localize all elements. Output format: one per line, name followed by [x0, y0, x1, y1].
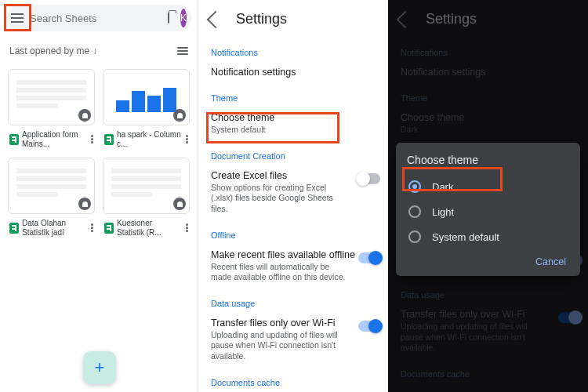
more-icon[interactable]: [89, 135, 95, 143]
theme-dialog: Choose theme Dark Light System default C…: [396, 143, 580, 276]
section-data-usage: Data usage: [198, 292, 388, 313]
row-notification-settings[interactable]: Notification settings: [198, 62, 388, 87]
view-toggle-icon[interactable]: [177, 47, 188, 55]
back-icon[interactable]: [207, 10, 225, 28]
menu-icon[interactable]: [11, 10, 24, 26]
section-cache: Documents cache: [198, 372, 388, 392]
more-icon[interactable]: [184, 135, 190, 143]
radio-icon: [408, 180, 421, 193]
shared-icon: [173, 109, 186, 122]
option-dark[interactable]: Dark: [407, 174, 569, 199]
toggle-wifi[interactable]: [358, 321, 380, 332]
section-offline: Offline: [198, 224, 388, 245]
sort-label[interactable]: Last opened by me↓: [9, 45, 97, 56]
file-card[interactable]: ha spark - Column c...: [103, 69, 190, 148]
more-icon[interactable]: [89, 223, 95, 232]
radio-icon: [408, 205, 421, 218]
section-theme: Theme: [198, 87, 388, 107]
settings-dark-pane: Settings Notifications Notification sett…: [388, 0, 588, 392]
shared-icon: [173, 198, 186, 210]
more-icon[interactable]: [184, 223, 190, 232]
option-system-default[interactable]: System default: [407, 224, 569, 249]
file-card[interactable]: Data Olahan Statistik jadi: [8, 158, 95, 237]
toggle-offline[interactable]: [358, 252, 380, 263]
cancel-button[interactable]: Cancel: [535, 256, 566, 267]
shared-icon: [78, 198, 91, 210]
new-file-fab[interactable]: +: [83, 351, 116, 384]
sheets-icon: [9, 223, 19, 234]
row-wifi-only[interactable]: Transfer files only over Wi-FiUploading …: [198, 313, 388, 372]
sheets-icon: [9, 134, 19, 145]
settings-light-pane: Settings Notifications Notification sett…: [198, 0, 388, 392]
row-offline[interactable]: Make recent files available offlineRecen…: [198, 245, 388, 292]
dialog-title: Choose theme: [407, 154, 569, 166]
sheets-icon: [104, 223, 114, 234]
avatar[interactable]: K: [180, 9, 187, 27]
file-card[interactable]: Application form Mains...: [8, 69, 95, 148]
sheets-home-pane: K Last opened by me↓ Application form Ma…: [0, 0, 198, 392]
option-light[interactable]: Light: [407, 199, 569, 224]
row-choose-theme[interactable]: Choose themeSystem default: [198, 107, 388, 145]
search-input[interactable]: [30, 13, 162, 24]
shared-icon: [78, 109, 91, 122]
search-bar[interactable]: K: [6, 5, 191, 31]
toggle-excel[interactable]: [358, 173, 380, 184]
section-notifications: Notifications: [198, 42, 388, 62]
file-card[interactable]: Kuesioner Statistik (R...: [103, 158, 190, 237]
row-excel-files[interactable]: Create Excel filesShow options for creat…: [198, 165, 388, 224]
page-title: Settings: [236, 11, 287, 27]
sheets-icon: [104, 134, 114, 145]
radio-icon: [408, 230, 421, 243]
file-grid: Application form Mains... ha spark - Col…: [0, 61, 198, 245]
section-doc-creation: Document Creation: [198, 145, 388, 165]
folder-icon[interactable]: [168, 13, 169, 24]
